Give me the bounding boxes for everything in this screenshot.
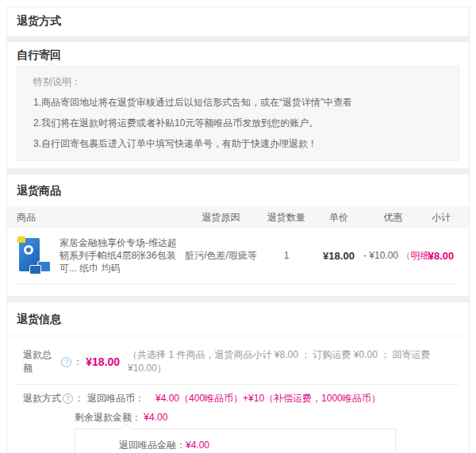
return-page: 退货方式 自行寄回 特别说明： 1.商品寄回地址将在退货审核通过后以短信形式告知… xyxy=(6,6,470,453)
remaining-label: 剩余退款金额： xyxy=(75,412,141,423)
coin-label: 退回唯品币： xyxy=(87,392,144,405)
brand-logo-graphic xyxy=(24,245,33,255)
remaining-value: ¥4.00 xyxy=(144,412,167,423)
column-header-discount: 优惠 xyxy=(363,211,423,225)
unit-price: ¥18.00 xyxy=(314,250,363,262)
colon: ： xyxy=(73,355,83,369)
column-header-quantity: 退货数量 xyxy=(259,211,314,225)
return-info-title: 退货信息 xyxy=(7,313,469,336)
remaining-refund-row: 剩余退款金额： ¥4.00 xyxy=(17,411,459,424)
goods-table-row: 家居金融独享价专场-维达超韧系列手帕纸4层8张36包装 可... 纸巾 均码 脏… xyxy=(7,228,469,284)
refund-total-row: 退款总额 ? ： ¥18.00 （共选择 1 件商品，退货商品小计 ¥8.00 … xyxy=(17,348,459,375)
return-reason: 脏污/色差/瑕疵等 xyxy=(183,249,259,263)
section-divider xyxy=(7,36,469,42)
discount-cell: - ¥10.00 （明细） xyxy=(363,249,423,263)
notice-item: 2.我们将在退款时将运费或者补贴10元等额唯品币发放到您的账户。 xyxy=(33,117,443,129)
tooltip-label: 退回唯品金融： xyxy=(119,439,186,452)
goods-table-header: 商品 退货原因 退货数量 单价 优惠 小计 xyxy=(7,206,469,228)
column-header-reason: 退货原因 xyxy=(183,211,259,225)
coin-value: ¥4.00（400唯品币）+¥10（补偿运费，1000唯品币） xyxy=(155,392,381,405)
refund-total-label: 退款总额 xyxy=(23,348,60,375)
help-icon[interactable]: ? xyxy=(61,357,71,367)
refund-total-value: ¥18.00 xyxy=(86,355,120,369)
product-image[interactable] xyxy=(17,236,52,274)
refund-breakdown-tooltip: 退回唯品金融： ¥4.00 xyxy=(75,428,396,453)
column-header-product: 商品 xyxy=(17,211,183,225)
dashed-divider xyxy=(17,384,459,385)
column-header-unit-price: 单价 xyxy=(314,211,363,225)
self-return-method-name: 自行寄回 xyxy=(17,48,459,63)
refund-method-label: 退款方式 xyxy=(23,392,61,405)
notice-label: 特别说明： xyxy=(33,75,443,88)
section-divider xyxy=(7,168,469,175)
notice-caret xyxy=(46,61,55,70)
notice-item: 3.自行回寄包裹后进入订单中填写快递单号，有助于快速办理退款！ xyxy=(33,137,443,150)
self-return-panel: 自行寄回 特别说明： 1.商品寄回地址将在退货审核通过后以短信形式告知，或在“退… xyxy=(7,42,469,168)
return-method-panel: 退货方式 xyxy=(7,7,469,36)
row-divider xyxy=(17,284,459,285)
notice-item: 1.商品寄回地址将在退货审核通过后以短信形式告知，或在“退货详情”中查看 xyxy=(33,96,443,109)
refund-method-row: 退款方式 ? ： 退回唯品币： ¥4.00（400唯品币）+¥10（补偿运费，1… xyxy=(17,392,459,405)
return-goods-title: 退货商品 xyxy=(7,184,469,198)
return-info-panel: 退货信息 退款总额 ? ： ¥18.00 （共选择 1 件商品，退货商品小计 ¥… xyxy=(7,302,469,453)
product-cell: 家居金融独享价专场-维达超韧系列手帕纸4层8张36包装 可... 纸巾 均码 xyxy=(17,236,183,274)
subtotal: ¥8.00 xyxy=(423,250,459,262)
column-header-subtotal: 小计 xyxy=(423,211,459,225)
return-quantity: 1 xyxy=(259,250,314,261)
colon: ： xyxy=(75,392,84,405)
tissue-pack-graphic xyxy=(29,265,41,274)
return-method-title: 退货方式 xyxy=(17,14,459,29)
tooltip-value: ¥4.00 xyxy=(186,440,209,451)
yellow-tag-graphic xyxy=(17,236,25,243)
return-goods-panel: 退货商品 商品 退货原因 退货数量 单价 优惠 小计 家居金融独享价专场-维达超… xyxy=(7,175,469,296)
refund-total-note: （共选择 1 件商品，退货商品小计 ¥8.00 ； 订购运费 ¥0.00 ； 回… xyxy=(128,348,459,375)
product-name[interactable]: 家居金融独享价专场-维达超韧系列手帕纸4层8张36包装 可... 纸巾 均码 xyxy=(60,236,183,274)
section-divider xyxy=(7,296,469,302)
discount-amount: - ¥10.00 xyxy=(363,250,398,261)
paren: （ xyxy=(401,250,410,261)
tooltip-caret xyxy=(121,424,130,432)
special-notice-box: 特别说明： 1.商品寄回地址将在退货审核通过后以短信形式告知，或在“退货详情”中… xyxy=(17,66,459,161)
help-icon[interactable]: ? xyxy=(63,393,73,404)
